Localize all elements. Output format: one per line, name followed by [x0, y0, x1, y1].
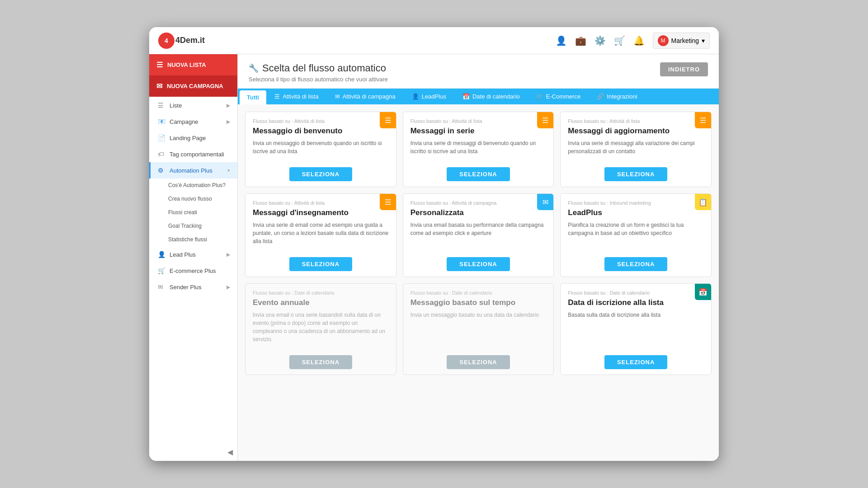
- card-badge-0: ☰: [380, 112, 396, 128]
- sidebar-item-ecommerce-label: E-commerce Plus: [170, 267, 216, 274]
- tag-icon: 🏷: [158, 150, 165, 158]
- tab-ecommerce-icon: 🛒: [536, 93, 543, 100]
- select-button-4[interactable]: SELEZIONA: [447, 257, 509, 271]
- card-desc-0: Invia un messaggio di benvenuto quando u…: [253, 139, 389, 155]
- card-tag-0: Flusso basato su : Attività di lista: [253, 118, 389, 124]
- briefcase-icon[interactable]: 💼: [575, 35, 586, 46]
- tab-leadplus-label: LeadPlus: [422, 93, 446, 100]
- sidebar-collapse-button[interactable]: ◀: [149, 443, 237, 461]
- sidebar-item-sender[interactable]: ✉ Sender Plus ▶: [149, 279, 237, 295]
- sidebar-item-crea[interactable]: Crea nuovo flusso: [149, 192, 237, 206]
- card-title-4: Personalizzata: [410, 208, 547, 217]
- card-5: 📋 Flusso basato su : Inbound marketing L…: [560, 193, 712, 277]
- sidebar-item-liste[interactable]: ☰ Liste ▶: [149, 97, 237, 113]
- card-badge-5: 📋: [695, 194, 711, 210]
- card-tag-5: Flusso basato su : Inbound marketing: [568, 200, 704, 206]
- sidebar-item-campagne-label: Campagne: [170, 118, 198, 125]
- sender-icon: ✉: [158, 283, 165, 291]
- card-badge-1: ☰: [537, 112, 553, 128]
- select-button-2[interactable]: SELEZIONA: [604, 167, 667, 181]
- tab-calendario[interactable]: 📅 Date di calendario: [454, 89, 528, 104]
- card-0: ☰ Flusso basato su : Attività di lista M…: [245, 112, 396, 187]
- cards-area: ☰ Flusso basato su : Attività di lista M…: [238, 104, 719, 461]
- select-button-6[interactable]: SELEZIONA: [289, 355, 352, 369]
- user-avatar: M: [658, 35, 669, 46]
- card-tag-2: Flusso basato su : Attività di lista: [568, 118, 704, 124]
- card-body-7: Flusso basato su : Date di calendario Me…: [403, 284, 554, 350]
- sidebar-item-automation[interactable]: ⚙ Automation Plus ▾: [149, 162, 237, 178]
- tab-ecommerce-label: E-Commerce: [546, 93, 581, 100]
- tab-integrazioni[interactable]: 🔗 Integrazioni: [589, 89, 645, 104]
- liste-icon: ☰: [158, 102, 165, 109]
- sidebar-item-lead[interactable]: 👤 Lead Plus ▶: [149, 246, 237, 263]
- tab-ecommerce[interactable]: 🛒 E-Commerce: [528, 89, 589, 104]
- sidebar-item-statistiche[interactable]: Statistiche flussi: [149, 233, 237, 246]
- sidebar-item-automation-label: Automation Plus: [170, 167, 212, 174]
- card-desc-4: Invia una email basata su performance de…: [410, 221, 547, 237]
- sidebar-item-landing[interactable]: 📄 Landing Page: [149, 130, 237, 146]
- card-body-3: Flusso basato su : Attività di lista Mes…: [245, 194, 396, 252]
- card-footer-0: SELEZIONA: [245, 162, 396, 187]
- logo-circle: 4: [158, 33, 175, 49]
- sidebar-item-goal-label: Goal Tracking: [168, 223, 202, 229]
- tab-campagna[interactable]: ✉ Attività di campagna: [327, 89, 404, 104]
- tab-tutti[interactable]: Tutti: [240, 90, 266, 104]
- select-button-7[interactable]: SELEZIONA: [447, 355, 509, 369]
- top-bar: 4 4Dem.it 👤 💼 ⚙️ 🛒 🔔 M Marketing ▾: [149, 27, 719, 54]
- cards-grid: ☰ Flusso basato su : Attività di lista M…: [245, 112, 712, 375]
- card-badge-4: ✉: [537, 194, 553, 210]
- select-button-3[interactable]: SELEZIONA: [289, 257, 352, 271]
- tab-lista[interactable]: ☰ Attività di lista: [266, 89, 326, 104]
- card-footer-3: SELEZIONA: [245, 252, 396, 277]
- select-button-8[interactable]: SELEZIONA: [604, 355, 667, 369]
- card-footer-1: SELEZIONA: [403, 162, 554, 187]
- card-desc-2: Invia una serie di messaggi alla variazi…: [568, 139, 704, 155]
- campagne-icon: 📧: [158, 118, 165, 125]
- sidebar-item-campagne[interactable]: 📧 Campagne ▶: [149, 113, 237, 130]
- sidebar-item-liste-label: Liste: [170, 102, 182, 109]
- cart-icon[interactable]: 🛒: [614, 35, 625, 46]
- bell-icon[interactable]: 🔔: [633, 35, 645, 46]
- user-menu-button[interactable]: M Marketing ▾: [653, 33, 710, 49]
- sidebar-item-flussi[interactable]: Flussi creati: [149, 206, 237, 219]
- page-title: 🔧 Scelta del flusso automatico: [249, 62, 388, 74]
- card-title-5: LeadPlus: [568, 208, 704, 217]
- lead-icon: 👤: [158, 251, 165, 258]
- new-campaign-button[interactable]: ✉ NUOVA CAMPAGNA: [149, 75, 237, 97]
- select-button-0[interactable]: SELEZIONA: [289, 167, 352, 181]
- sidebar-item-lead-label: Lead Plus: [170, 251, 196, 258]
- card-title-2: Messaggi di aggiornamento: [568, 127, 704, 136]
- card-desc-6: Invia una email o una serie basandoti su…: [253, 311, 389, 343]
- arrow-icon-2: ▶: [226, 119, 230, 125]
- sidebar-item-tag[interactable]: 🏷 Tag comportamentali: [149, 146, 237, 162]
- card-4: ✉ Flusso basato su : Attività di campagn…: [403, 193, 554, 277]
- users-icon[interactable]: 👤: [556, 35, 567, 46]
- card-title-8: Data di iscrizione alla lista: [568, 298, 704, 307]
- sidebar-item-cose[interactable]: Cos'è Automation Plus?: [149, 178, 237, 192]
- sidebar-item-cose-label: Cos'è Automation Plus?: [168, 182, 226, 188]
- new-list-label: NUOVA LISTA: [167, 61, 206, 68]
- card-footer-2: SELEZIONA: [561, 162, 711, 187]
- card-tag-6: Flusso basato su : Date di calendario: [253, 290, 389, 296]
- back-button[interactable]: INDIETRO: [660, 62, 708, 76]
- settings-icon[interactable]: ⚙️: [594, 35, 606, 46]
- dropdown-arrow-icon: ▾: [702, 37, 705, 44]
- select-button-1[interactable]: SELEZIONA: [447, 167, 509, 181]
- new-list-button[interactable]: ☰ NUOVA LISTA: [149, 54, 237, 75]
- wrench-icon: 🔧: [249, 63, 259, 73]
- automation-icon: ⚙: [158, 167, 165, 174]
- sidebar-item-landing-label: Landing Page: [170, 135, 206, 141]
- ecommerce-icon: 🛒: [158, 267, 165, 274]
- tab-leadplus-icon: 👤: [412, 93, 419, 100]
- card-desc-5: Pianifica la creazione di un form e gest…: [568, 221, 704, 237]
- tab-leadplus[interactable]: 👤 LeadPlus: [404, 89, 454, 104]
- card-7: Flusso basato su : Date di calendario Me…: [403, 283, 554, 375]
- card-title-1: Messaggi in serie: [410, 127, 547, 136]
- sidebar-item-ecommerce[interactable]: 🛒 E-commerce Plus: [149, 263, 237, 279]
- card-footer-8: SELEZIONA: [561, 350, 711, 375]
- select-button-5[interactable]: SELEZIONA: [604, 257, 667, 271]
- sidebar: ☰ NUOVA LISTA ✉ NUOVA CAMPAGNA ☰ Liste ▶…: [149, 54, 238, 461]
- card-badge-2: ☰: [695, 112, 711, 128]
- sidebar-item-goal[interactable]: Goal Tracking: [149, 219, 237, 233]
- card-tag-4: Flusso basato su : Attività di campagna: [410, 200, 547, 206]
